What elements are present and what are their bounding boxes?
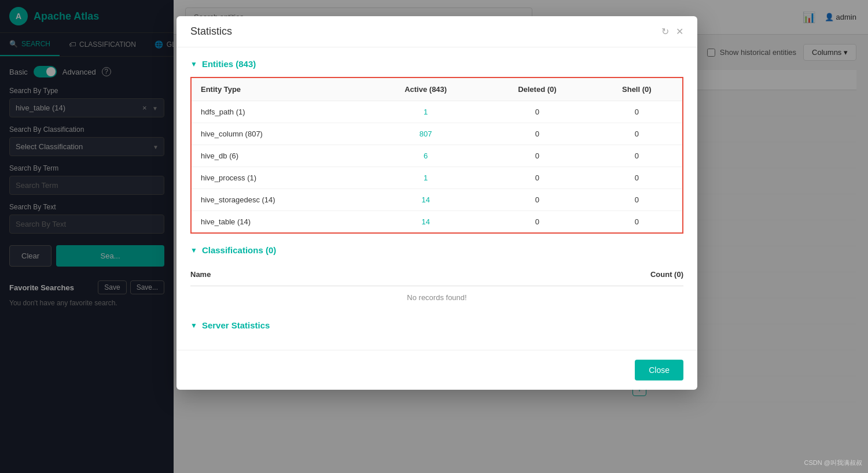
modal-header: Statistics ↻ ✕ (176, 16, 697, 47)
table-row: hive_table (14) 14 0 0 (191, 211, 683, 234)
modal-action-buttons: ↻ ✕ (661, 26, 683, 37)
deleted-value: 0 (535, 108, 539, 116)
shell-value: 0 (635, 217, 639, 226)
shell-cell: 0 (591, 211, 683, 234)
deleted-value: 0 (535, 195, 539, 204)
active-cell[interactable]: 807 (368, 123, 483, 145)
watermark: CSDN @叫我满叔叔 (804, 459, 862, 467)
server-statistics-section: ▼ Server Statistics (190, 320, 683, 330)
modal-footer: Close (176, 350, 697, 390)
active-value[interactable]: 14 (421, 217, 429, 226)
active-cell[interactable]: 1 (368, 167, 483, 189)
entities-section: ▼ Entities (843) Entity Type Active (843… (190, 59, 683, 234)
entities-section-title: Entities (843) (202, 59, 256, 69)
statistics-modal: Statistics ↻ ✕ ▼ Entities (843) Entity T… (176, 16, 697, 390)
modal-close-button[interactable]: Close (635, 360, 683, 380)
entity-type-cell: hive_db (6) (191, 145, 368, 167)
shell-cell: 0 (591, 123, 683, 145)
classifications-section-title: Classifications (0) (202, 245, 276, 255)
deleted-value: 0 (535, 217, 539, 226)
shell-value: 0 (635, 173, 639, 182)
deleted-value: 0 (535, 151, 539, 160)
deleted-cell: 0 (483, 189, 591, 211)
close-icon-button[interactable]: ✕ (676, 26, 683, 37)
refresh-icon-button[interactable]: ↻ (661, 26, 669, 37)
shell-value: 0 (635, 130, 639, 138)
shell-value: 0 (635, 151, 639, 160)
classifications-section-header: ▼ Classifications (0) (190, 245, 683, 255)
shell-cell: 0 (591, 189, 683, 211)
entities-chevron-icon[interactable]: ▼ (190, 60, 197, 68)
shell-value: 0 (635, 108, 639, 116)
col-shell: Shell (0) (591, 77, 683, 101)
shell-cell: 0 (591, 101, 683, 123)
col-active: Active (843) (368, 77, 483, 101)
active-value[interactable]: 1 (424, 108, 428, 116)
entities-section-header: ▼ Entities (843) (190, 59, 683, 69)
server-statistics-title: Server Statistics (202, 320, 270, 330)
active-value[interactable]: 14 (421, 195, 429, 204)
table-row: hive_process (1) 1 0 0 (191, 167, 683, 189)
shell-cell: 0 (591, 145, 683, 167)
entity-type-cell: hive_storagedesc (14) (191, 189, 368, 211)
deleted-cell: 0 (483, 145, 591, 167)
classifications-table: Name Count (0) No records found! (190, 263, 683, 309)
deleted-value: 0 (535, 173, 539, 182)
deleted-cell: 0 (483, 123, 591, 145)
server-statistics-header: ▼ Server Statistics (190, 320, 683, 330)
active-cell[interactable]: 1 (368, 101, 483, 123)
active-cell[interactable]: 14 (368, 211, 483, 234)
classifications-chevron-icon[interactable]: ▼ (190, 246, 197, 254)
col-deleted: Deleted (0) (483, 77, 591, 101)
deleted-value: 0 (535, 130, 539, 138)
table-row: hive_db (6) 6 0 0 (191, 145, 683, 167)
active-cell[interactable]: 6 (368, 145, 483, 167)
no-records-row: No records found! (190, 286, 683, 309)
entities-table: Entity Type Active (843) Deleted (0) She… (190, 77, 683, 234)
active-value[interactable]: 1 (424, 173, 428, 182)
active-value[interactable]: 6 (424, 151, 428, 160)
entity-type-cell: hdfs_path (1) (191, 101, 368, 123)
modal-body: ▼ Entities (843) Entity Type Active (843… (176, 47, 697, 350)
table-row: hdfs_path (1) 1 0 0 (191, 101, 683, 123)
deleted-cell: 0 (483, 211, 591, 234)
entity-type-cell: hive_column (807) (191, 123, 368, 145)
shell-value: 0 (635, 195, 639, 204)
col-class-count: Count (0) (379, 263, 683, 286)
active-cell[interactable]: 14 (368, 189, 483, 211)
entity-type-cell: hive_process (1) (191, 167, 368, 189)
classifications-section: ▼ Classifications (0) Name Count (0) No … (190, 245, 683, 309)
table-row: hive_column (807) 807 0 0 (191, 123, 683, 145)
entity-type-cell: hive_table (14) (191, 211, 368, 234)
col-class-name: Name (190, 263, 379, 286)
server-statistics-chevron-icon[interactable]: ▼ (190, 322, 197, 330)
table-row: hive_storagedesc (14) 14 0 0 (191, 189, 683, 211)
deleted-cell: 0 (483, 101, 591, 123)
deleted-cell: 0 (483, 167, 591, 189)
modal-title: Statistics (190, 25, 232, 38)
active-value[interactable]: 807 (420, 130, 432, 138)
shell-cell: 0 (591, 167, 683, 189)
col-entity-type: Entity Type (191, 77, 368, 101)
no-records-text: No records found! (190, 286, 683, 309)
